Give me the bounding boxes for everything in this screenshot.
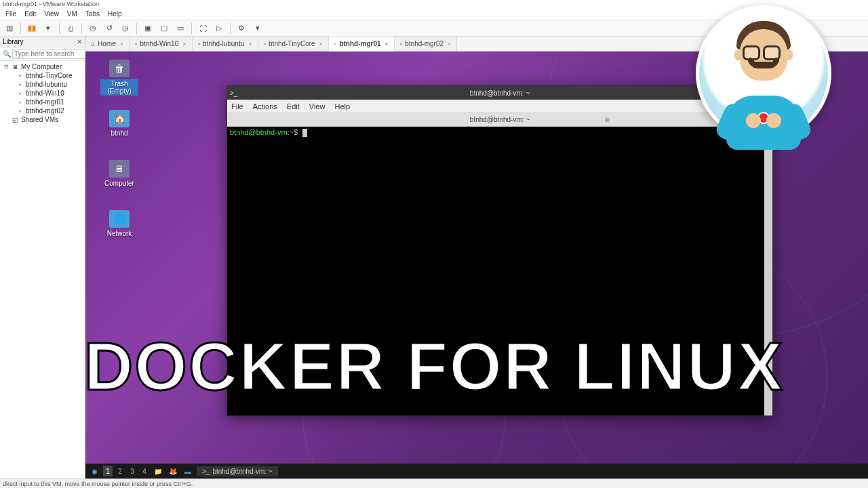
close-icon[interactable]: ×	[120, 41, 123, 47]
terminal-icon: >_	[202, 468, 210, 475]
unity-icon[interactable]: ▢	[159, 23, 170, 34]
terminal-title: btnhd@btnhd-vm: ~	[470, 89, 530, 97]
vm-icon: ▫	[135, 40, 138, 47]
prompt-user: btnhd@btnhd-vm	[230, 128, 288, 136]
terminal-tab-row: btnhd@btnhd-vm: ~ ⊗	[227, 113, 772, 127]
taskbar-task-terminal[interactable]: >_ btnhd@btnhd-vm: ~	[197, 466, 278, 476]
snapshot-icon[interactable]: ⎙	[65, 23, 76, 34]
term-menu-edit[interactable]: Edit	[287, 102, 300, 110]
workspace-3[interactable]: 3	[127, 466, 137, 476]
tree-my-computer[interactable]: ⊟ 🖥 My Computer	[1, 62, 83, 71]
tab-vm-active[interactable]: ▫btnhd-mgr01×	[329, 37, 395, 52]
status-text: direct input to this VM, move the mouse …	[3, 481, 193, 487]
term-menu-help[interactable]: Help	[334, 102, 350, 110]
overlay-title-text: DOCKER FOR LINUX	[84, 332, 784, 400]
start-menu-icon[interactable]: ◉	[88, 465, 100, 477]
dropdown-icon[interactable]: ▾	[43, 23, 54, 34]
show-desktop-icon[interactable]: ▬	[182, 465, 194, 477]
tree-label: My Computer	[21, 63, 62, 70]
desktop-icon-home[interactable]: 🏠 btnhd	[100, 110, 138, 137]
network-icon: 🌐	[109, 210, 130, 228]
terminal-tab-label[interactable]: btnhd@btnhd-vm: ~	[470, 116, 530, 123]
file-manager-icon[interactable]: 📁	[152, 465, 164, 477]
tab-vm[interactable]: ▫btnhd-mgr02×	[395, 37, 458, 51]
fullscreen-icon[interactable]: ⛶	[197, 23, 208, 34]
search-icon: 🔍	[1, 50, 12, 58]
tab-home[interactable]: ⌂Home×	[85, 37, 130, 51]
workspace-1[interactable]: 1	[103, 466, 113, 476]
devices-icon[interactable]: ⚙	[236, 23, 247, 34]
term-menu-file[interactable]: File	[231, 102, 243, 110]
library-tree: ⊟ 🖥 My Computer ▫btnhd-TinyCore ▫btnhd-l…	[0, 61, 85, 125]
menu-view[interactable]: View	[40, 10, 63, 18]
vm-icon: ▫	[264, 40, 267, 47]
manage-icon[interactable]: ◶	[120, 23, 131, 34]
vm-icon: ▫	[16, 81, 24, 88]
trash-icon: 🗑	[109, 60, 130, 77]
tab-close-icon[interactable]: ⊗	[604, 116, 610, 123]
shared-icon: ◱	[12, 116, 19, 123]
home-icon: ⌂	[91, 40, 95, 47]
desktop-icon-network[interactable]: 🌐 Network	[100, 210, 138, 237]
separator	[59, 23, 60, 34]
vm-icon: ▫	[16, 107, 24, 115]
tree-vm-item[interactable]: ▫btnhd-TinyCore	[1, 71, 83, 80]
library-sidebar: Library ✕ 🔍 ▼ ⊟ 🖥 My Computer ▫btnhd-Tin…	[0, 37, 85, 479]
tree-vm-item[interactable]: ▫btnhd-mgr01	[1, 98, 83, 106]
folder-icon: 🏠	[109, 110, 130, 127]
separator	[230, 23, 231, 34]
computer-icon: 🖥	[109, 160, 130, 178]
terminal-titlebar[interactable]: >_ btnhd@btnhd-vm: ~ — ◇ ✕	[227, 86, 772, 100]
separator	[136, 23, 137, 34]
app-statusbar: direct input to this VM, move the mouse …	[0, 479, 868, 488]
workspace-2[interactable]: 2	[115, 466, 125, 476]
menu-help[interactable]: Help	[104, 10, 126, 18]
vm-icon: ▫	[400, 40, 403, 47]
terminal-icon: >_	[230, 89, 237, 97]
clock-icon[interactable]: ◷	[87, 23, 98, 34]
firefox-icon[interactable]: 🦊	[167, 465, 179, 477]
vm-icon: ▫	[198, 40, 201, 47]
separator	[191, 23, 192, 34]
tab-vm[interactable]: ▫btnhd-TinyCore×	[258, 37, 329, 51]
library-toggle-icon[interactable]: ▥	[4, 23, 15, 34]
tab-vm[interactable]: ▫btnhd-lubuntu×	[193, 37, 258, 51]
close-icon[interactable]: ×	[448, 41, 451, 47]
tree-vm-item[interactable]: ▫btnhd-Win10	[1, 89, 83, 98]
tree-vm-item[interactable]: ▫btnhd-lubuntu	[1, 80, 83, 89]
desktop-icon-trash[interactable]: 🗑 Trash (Empty)	[100, 60, 138, 96]
collapse-icon[interactable]: ⊟	[4, 64, 9, 70]
fit-icon[interactable]: ▣	[142, 23, 153, 34]
pause-icon[interactable]: ▮▮	[26, 23, 37, 34]
close-icon[interactable]: ×	[182, 41, 186, 47]
avatar-overlay	[696, 5, 838, 188]
close-icon[interactable]: ×	[385, 41, 389, 47]
workspace-4[interactable]: 4	[140, 466, 149, 476]
revert-icon[interactable]: ↺	[104, 23, 115, 34]
close-icon[interactable]: ✕	[77, 38, 82, 45]
vm-icon: ▫	[334, 40, 337, 47]
term-menu-view[interactable]: View	[309, 102, 326, 110]
cursor	[302, 129, 307, 137]
desktop-icon-computer[interactable]: 🖥 Computer	[100, 160, 138, 187]
tree-shared-vms[interactable]: ◱ Shared VMs	[1, 115, 83, 124]
menu-vm[interactable]: VM	[63, 10, 81, 18]
tree-vm-item[interactable]: ▫btnhd-mgr02	[1, 106, 83, 115]
close-icon[interactable]: ×	[319, 41, 323, 47]
menu-edit[interactable]: Edit	[20, 10, 40, 18]
app-title: btnhd-mgr01 - VMware Workstation	[3, 1, 99, 7]
prompt-suffix: $	[294, 128, 298, 136]
dropdown-icon[interactable]: ▾	[252, 23, 263, 34]
menu-file[interactable]: File	[1, 10, 20, 18]
console-icon[interactable]: ▭	[175, 23, 186, 34]
cycle-icon[interactable]: ▷	[214, 23, 224, 34]
terminal-menubar: File Actions Edit View Help	[227, 100, 772, 113]
tab-vm[interactable]: ▫btnhd-Win10×	[130, 37, 193, 51]
menu-tabs[interactable]: Tabs	[81, 10, 104, 18]
tree-label: Shared VMs	[21, 116, 58, 123]
close-icon[interactable]: ×	[248, 41, 252, 47]
vm-icon: ▫	[16, 98, 24, 106]
library-title: Library	[3, 38, 24, 45]
term-menu-actions[interactable]: Actions	[253, 102, 277, 110]
library-search: 🔍 ▼	[0, 47, 85, 61]
